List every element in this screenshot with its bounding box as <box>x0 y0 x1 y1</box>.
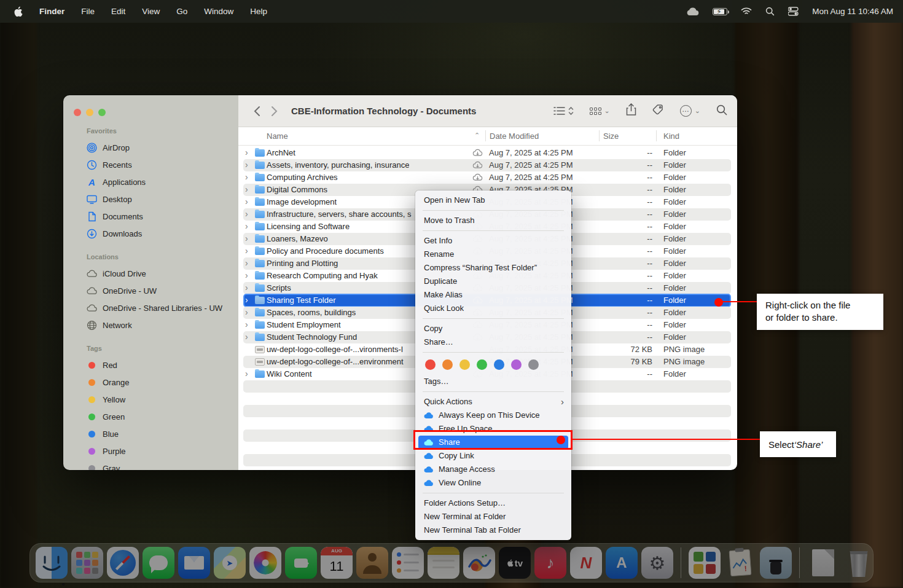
menu-item-share-ellipsis[interactable]: Share… <box>415 335 571 349</box>
menubar-help[interactable]: Help <box>250 7 267 16</box>
more-actions-button[interactable]: … ⌄ <box>680 105 700 117</box>
group-button[interactable]: ⌄ <box>590 107 610 115</box>
dock-launchpad-icon[interactable] <box>71 547 103 579</box>
menu-item-quick-actions[interactable]: Quick Actions› <box>415 395 571 409</box>
table-row[interactable]: ›Computing ArchivesAug 7, 2025 at 4:25 P… <box>238 171 737 184</box>
control-center-icon[interactable] <box>788 7 799 16</box>
view-options-button[interactable] <box>553 106 574 116</box>
dock-calendar-icon[interactable]: AUG11 <box>321 547 353 579</box>
menu-item-copy-link[interactable]: Copy Link <box>415 449 571 463</box>
dock-messages-icon[interactable] <box>143 547 174 579</box>
gray-tag-dot[interactable] <box>528 359 539 370</box>
column-date-modified[interactable]: Date Modified <box>490 131 539 141</box>
back-button[interactable] <box>248 103 265 119</box>
tag-button[interactable] <box>652 104 664 118</box>
disclosure-chevron-icon[interactable]: › <box>245 196 248 208</box>
dock-photos-icon[interactable] <box>249 547 281 579</box>
sidebar-item-applications[interactable]: A Applications <box>63 173 238 190</box>
sidebar-tag-blue[interactable]: Blue <box>63 425 238 442</box>
disclosure-chevron-icon[interactable]: › <box>245 221 248 232</box>
menu-item-rename[interactable]: Rename <box>415 248 571 261</box>
search-button[interactable] <box>716 104 727 118</box>
yellow-tag-dot[interactable] <box>459 359 470 370</box>
share-button[interactable] <box>626 103 636 119</box>
menubar-edit[interactable]: Edit <box>111 7 125 16</box>
sidebar-item-documents[interactable]: Documents <box>63 208 238 225</box>
table-row[interactable]: ›ArchNetAug 7, 2025 at 4:25 PM--Folder <box>238 147 737 159</box>
column-size[interactable]: Size <box>603 131 619 141</box>
disclosure-chevron-icon[interactable]: › <box>245 294 248 306</box>
red-tag-dot[interactable] <box>425 359 436 370</box>
dock-self-service-icon[interactable] <box>689 547 721 579</box>
disclosure-chevron-icon[interactable]: › <box>245 368 248 380</box>
disclosure-chevron-icon[interactable]: › <box>245 245 248 257</box>
zoom-button[interactable] <box>98 109 106 116</box>
sidebar-tag-green[interactable]: Green <box>63 408 238 425</box>
dock-apple-tv-icon[interactable]: tv <box>499 547 531 579</box>
disclosure-chevron-icon[interactable]: › <box>245 184 248 195</box>
menu-item-always-keep[interactable]: Always Keep on This Device <box>415 409 571 422</box>
sidebar-tag-red[interactable]: Red <box>63 356 238 374</box>
disclosure-chevron-icon[interactable]: › <box>245 257 248 269</box>
disclosure-chevron-icon[interactable]: › <box>245 282 248 294</box>
sidebar-tag-gray[interactable]: Gray <box>63 460 238 470</box>
menubar-file[interactable]: File <box>81 7 95 16</box>
wifi-icon[interactable] <box>741 7 752 15</box>
dock-report-tool-icon[interactable]: ! <box>724 547 756 579</box>
sidebar-tag-yellow[interactable]: Yellow <box>63 391 238 408</box>
table-row[interactable]: ›Assets, inventory, purchasing, insuranc… <box>238 159 737 171</box>
sidebar-item-downloads[interactable]: Downloads <box>63 225 238 242</box>
menu-item-new-terminal-tab[interactable]: New Terminal Tab at Folder <box>415 523 571 537</box>
disclosure-chevron-icon[interactable]: › <box>245 270 248 281</box>
column-kind[interactable]: Kind <box>663 131 679 141</box>
menubar-window[interactable]: Window <box>204 7 233 16</box>
sidebar-item-airdrop[interactable]: AirDrop <box>63 139 238 156</box>
disclosure-chevron-icon[interactable]: › <box>245 233 248 245</box>
sidebar-item-onedrive-shared[interactable]: OneDrive - Shared Libraries - UW <box>63 299 238 316</box>
menu-item-move-to-trash[interactable]: Move to Trash <box>415 214 571 227</box>
disclosure-chevron-icon[interactable]: › <box>245 331 248 343</box>
sidebar-item-network[interactable]: Network <box>63 316 238 334</box>
dock-maps-icon[interactable]: ➤ <box>214 547 246 579</box>
dock-system-settings-icon[interactable]: ⚙ <box>641 547 673 579</box>
menu-item-new-terminal[interactable]: New Terminal at Folder <box>415 510 571 523</box>
dock-safari-icon[interactable] <box>107 547 139 579</box>
menu-item-compress[interactable]: Compress “Sharing Test Folder” <box>415 261 571 275</box>
dock-app-store-icon[interactable]: A <box>606 547 638 579</box>
menu-item-manage-access[interactable]: Manage Access <box>415 463 571 476</box>
dock-facetime-icon[interactable] <box>285 547 317 579</box>
sort-ascending-icon[interactable]: ⌃ <box>474 131 480 139</box>
battery-charging-icon[interactable]: ⚡ <box>713 8 727 15</box>
sidebar-tag-orange[interactable]: Orange <box>63 374 238 391</box>
menu-item-copy[interactable]: Copy <box>415 322 571 335</box>
dock-mail-icon[interactable] <box>178 547 210 579</box>
sidebar-item-icloud-drive[interactable]: iCloud Drive <box>63 265 238 282</box>
dock-music-icon[interactable]: ♪ <box>534 547 566 579</box>
menu-item-folder-actions-setup[interactable]: Folder Actions Setup… <box>415 496 571 510</box>
minimize-button[interactable] <box>86 109 93 116</box>
column-name[interactable]: Name <box>267 131 288 141</box>
disclosure-chevron-icon[interactable]: › <box>245 171 248 183</box>
dock-finder-icon[interactable] <box>36 547 68 579</box>
apple-logo-icon[interactable] <box>14 6 23 17</box>
menubar-app-name[interactable]: Finder <box>39 7 64 16</box>
disclosure-chevron-icon[interactable]: › <box>245 147 248 159</box>
menubar-clock[interactable]: Mon Aug 11 10:46 AM <box>812 7 893 16</box>
disclosure-chevron-icon[interactable]: › <box>245 208 248 220</box>
close-button[interactable] <box>74 109 81 116</box>
green-tag-dot[interactable] <box>477 359 487 370</box>
menu-item-duplicate[interactable]: Duplicate <box>415 275 571 288</box>
blue-tag-dot[interactable] <box>494 359 504 370</box>
disclosure-chevron-icon[interactable]: › <box>245 159 248 171</box>
dock-reminders-icon[interactable] <box>392 547 424 579</box>
dock-notes-icon[interactable] <box>428 547 459 579</box>
orange-tag-dot[interactable] <box>442 359 453 370</box>
sidebar-tag-purple[interactable]: Purple <box>63 442 238 460</box>
sidebar-item-onedrive-uw[interactable]: OneDrive - UW <box>63 282 238 299</box>
dock-news-icon[interactable]: N <box>570 547 602 579</box>
menu-item-get-info[interactable]: Get Info <box>415 234 571 248</box>
sidebar-item-desktop[interactable]: Desktop <box>63 190 238 208</box>
dock-document-icon[interactable] <box>807 547 839 579</box>
purple-tag-dot[interactable] <box>511 359 522 370</box>
onedrive-cloud-icon[interactable] <box>686 7 699 16</box>
